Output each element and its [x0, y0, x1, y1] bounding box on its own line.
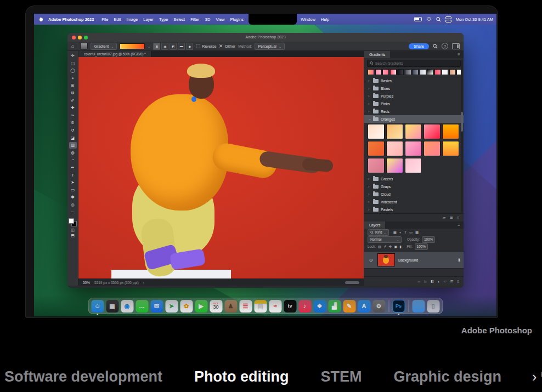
delete-gradient-icon[interactable]: ▯	[457, 215, 459, 220]
dock-item-system-settings[interactable]: ⚙	[372, 298, 386, 314]
dock-item-safari[interactable]: ◉	[120, 298, 134, 314]
eyedropper-tool[interactable]: ✐	[69, 98, 77, 104]
dock-item-maps[interactable]: ➤	[165, 298, 178, 314]
help-icon[interactable]: ?	[442, 43, 448, 49]
layer-thumbnail[interactable]	[377, 253, 395, 266]
menu-clock[interactable]: Mon Oct 30 9:41 AM	[456, 17, 493, 22]
dock-item-freeform[interactable]: ≈	[268, 298, 282, 314]
dock-item-launchpad[interactable]: ▦	[105, 298, 119, 314]
pixel-layers-filter-icon[interactable]: ▦	[393, 230, 397, 235]
shape-layers-filter-icon[interactable]: ▭	[409, 230, 413, 235]
object-selection-tool[interactable]: ⌖	[69, 75, 77, 82]
orange-gradient-swatch[interactable]	[405, 158, 422, 173]
control-center-icon[interactable]	[445, 16, 451, 22]
color-swatches[interactable]	[69, 218, 77, 226]
menu-item-layer[interactable]: Layer	[140, 17, 156, 22]
dock-item-photos[interactable]: ✿	[179, 298, 193, 314]
recent-gradient-swatch[interactable]	[412, 69, 419, 75]
layer-filter-dropdown[interactable]: Kind ⌄	[368, 229, 389, 236]
dock-item-mail[interactable]: ✉	[150, 298, 163, 314]
gradient-group-greens[interactable]: ›Greens	[364, 175, 464, 183]
new-layer-icon[interactable]: ⊞	[450, 279, 453, 283]
frame-tool[interactable]: ⊠	[69, 90, 77, 96]
adjustment-layers-filter-icon[interactable]: ◐	[399, 230, 402, 235]
blend-mode-dropdown[interactable]: Normal ⌄	[368, 236, 402, 243]
recent-gradient-swatch[interactable]	[397, 69, 404, 75]
blur-tool[interactable]: ◍	[69, 150, 77, 156]
dock-item-pages[interactable]: ✎	[342, 298, 356, 314]
spotlight-search-icon[interactable]	[436, 17, 441, 22]
type-tool[interactable]: T	[69, 172, 77, 179]
dock-item-photoshop[interactable]: Ps	[392, 298, 405, 314]
gradient-search[interactable]	[367, 60, 461, 67]
more-tools[interactable]: ⋯	[69, 209, 77, 215]
opacity-field[interactable]: 100%	[422, 236, 435, 243]
fill-field[interactable]: 100%	[415, 243, 428, 250]
orange-gradient-swatch[interactable]	[368, 141, 385, 156]
reverse-checkbox[interactable]: Reverse	[196, 44, 216, 48]
tab-graphic-design[interactable]: Graphic design	[394, 368, 502, 385]
orange-gradient-swatch[interactable]	[368, 124, 385, 139]
orange-gradient-swatch[interactable]	[424, 141, 441, 156]
active-app-name[interactable]: Adobe Photoshop 2023	[48, 17, 94, 22]
dock-item-tv[interactable]: tv	[283, 298, 297, 314]
panel-menu-icon[interactable]: ≡	[458, 51, 460, 58]
brush-tool[interactable]: ✑	[69, 112, 77, 119]
method-dropdown[interactable]: Perceptual⌄	[255, 43, 285, 50]
panel-menu-icon[interactable]: ≡	[458, 221, 460, 229]
menu-item-filter[interactable]: Filter	[188, 17, 202, 22]
angle-gradient-button[interactable]: ◩	[170, 43, 177, 50]
link-layers-icon[interactable]: ∞	[417, 280, 420, 283]
wifi-icon[interactable]	[426, 17, 432, 21]
orange-gradient-swatch[interactable]	[368, 158, 385, 173]
recent-gradient-swatch[interactable]	[375, 69, 382, 75]
layer-mask-icon[interactable]: ◧	[431, 279, 434, 283]
dock-item-reminders[interactable]: ☰	[239, 298, 252, 314]
tool-preset-icon[interactable]	[80, 43, 88, 49]
gradient-group-purples[interactable]: ›Purples	[364, 92, 464, 100]
orange-gradient-swatch[interactable]	[442, 124, 459, 139]
gradient-picker-dropdown[interactable]: Gradient⌄	[91, 43, 117, 50]
orange-gradient-swatch[interactable]	[405, 124, 422, 139]
document-tab[interactable]: colorful_oretur007.jpg @ 50% (RGB/8) *	[78, 51, 151, 57]
new-gradient-icon[interactable]: ⊞	[450, 215, 453, 220]
dock-item-trash[interactable]: ▯	[426, 298, 440, 314]
pen-tool[interactable]: ✒	[69, 164, 77, 171]
menu-item-file[interactable]: File	[99, 17, 111, 22]
workspace-switcher-icon[interactable]	[452, 43, 460, 49]
path-selection-tool[interactable]: ➤	[69, 179, 77, 186]
menu-item-help[interactable]: Help	[318, 17, 332, 22]
dock-item-messages[interactable]: …	[135, 298, 149, 314]
quick-mask-icon[interactable]: ◫	[71, 228, 75, 232]
recent-gradient-swatch[interactable]	[390, 69, 397, 75]
lasso-tool[interactable]: ◯	[69, 67, 77, 74]
battery-icon[interactable]	[414, 17, 422, 21]
menu-item-view[interactable]: View	[213, 17, 227, 22]
dock-item-facetime[interactable]: ▶	[194, 298, 208, 314]
reflected-gradient-button[interactable]: ▬	[178, 43, 185, 50]
radial-gradient-button[interactable]: ◉	[161, 43, 168, 50]
orange-gradient-swatch[interactable]	[424, 124, 441, 139]
gradient-group-blues[interactable]: ›Blues	[364, 84, 464, 92]
new-gradient-group-icon[interactable]: ▱	[443, 215, 445, 220]
apple-menu-icon[interactable]	[38, 16, 44, 22]
home-icon[interactable]: ⌂	[71, 43, 74, 49]
tab-software-development[interactable]: Software development	[4, 368, 162, 385]
canvas-photo[interactable]	[78, 57, 364, 279]
lock-all-icon[interactable]: ▮	[399, 245, 402, 249]
dock-item-downloads-folder[interactable]	[411, 298, 425, 314]
layer-row-background[interactable]: ⊙ Background ▮	[364, 252, 464, 268]
recent-gradient-swatch[interactable]	[405, 69, 411, 75]
layer-group-icon[interactable]: ▱	[444, 279, 447, 283]
gradient-group-basics[interactable]: ›Basics	[364, 77, 464, 84]
gradient-group-pastels[interactable]: ›Pastels	[364, 206, 464, 213]
menu-item-type[interactable]: Type	[156, 17, 171, 22]
panel-scrollbar[interactable]	[461, 60, 463, 213]
status-chevron-icon[interactable]: ›	[143, 281, 144, 285]
layers-tab[interactable]: Layers	[364, 221, 385, 229]
foreground-color-swatch[interactable]	[69, 218, 74, 224]
dither-checkbox[interactable]: Dither	[219, 44, 235, 48]
recent-gradient-swatch[interactable]	[420, 69, 426, 75]
clone-stamp-tool[interactable]: ⊙	[69, 120, 77, 126]
zoom-tool[interactable]: ◎	[69, 202, 77, 208]
